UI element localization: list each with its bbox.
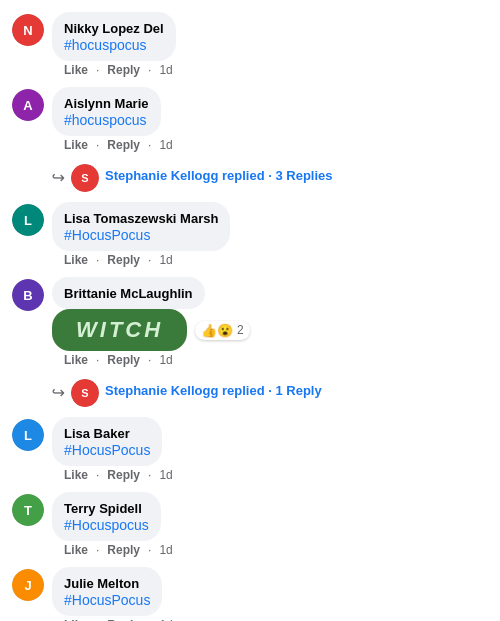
comment-body: Brittanie McLaughlinWItCh👍😮2Like·Reply·1… bbox=[52, 277, 488, 367]
avatar: A bbox=[12, 89, 44, 121]
like-button[interactable]: Like bbox=[64, 468, 88, 482]
witch-row: WItCh👍😮2 bbox=[52, 309, 488, 351]
comment-actions: Like·Reply·1d bbox=[52, 138, 488, 152]
comment-bubble: Lisa Tomaszewski Marsh#HocusPocus bbox=[52, 202, 230, 251]
like-button[interactable]: Like bbox=[64, 353, 88, 367]
comment-item: LLisa Baker#HocusPocusLike·Reply·1d bbox=[0, 413, 500, 486]
comment-item: BBrittanie McLaughlinWItCh👍😮2Like·Reply·… bbox=[0, 273, 500, 371]
reply-thread: ↩SStephanie Kellogg replied · 1 Reply bbox=[0, 373, 500, 411]
separator-dot: · bbox=[96, 543, 99, 557]
witch-text: WItCh bbox=[76, 317, 163, 342]
comment-text: #hocuspocus bbox=[64, 37, 164, 53]
like-button[interactable]: Like bbox=[64, 63, 88, 77]
comment-bubble: Terry Spidell#Hocuspocus bbox=[52, 492, 161, 541]
comment-author: Brittanie McLaughlin bbox=[64, 286, 193, 301]
comment-time: 1d bbox=[159, 353, 172, 367]
reply-arrow-icon: ↩ bbox=[52, 383, 65, 402]
separator-dot: · bbox=[96, 353, 99, 367]
comment-body: Nikky Lopez Del#hocuspocusLike·Reply·1d bbox=[52, 12, 488, 77]
comment-item: NNikky Lopez Del#hocuspocusLike·Reply·1d bbox=[0, 8, 500, 81]
separator-dot: · bbox=[148, 468, 151, 482]
comment-time: 1d bbox=[159, 63, 172, 77]
comment-time: 1d bbox=[159, 468, 172, 482]
comment-bubble: Lisa Baker#HocusPocus bbox=[52, 417, 162, 466]
comment-text: #hocuspocus bbox=[64, 112, 149, 128]
like-button[interactable]: Like bbox=[64, 543, 88, 557]
comment-item: LLisa Tomaszewski Marsh#HocusPocusLike·R… bbox=[0, 198, 500, 271]
separator-dot: · bbox=[96, 63, 99, 77]
comment-text: #HocusPocus bbox=[64, 227, 218, 243]
reply-arrow-icon: ↩ bbox=[52, 168, 65, 187]
comment-bubble: Brittanie McLaughlin bbox=[52, 277, 205, 309]
separator-dot: · bbox=[148, 353, 151, 367]
comment-body: Julie Melton#HocusPocusLike·Reply·1d bbox=[52, 567, 488, 621]
comment-actions: Like·Reply·1d bbox=[52, 468, 488, 482]
comment-text: #HocusPocus bbox=[64, 442, 150, 458]
comment-bubble: Nikky Lopez Del#hocuspocus bbox=[52, 12, 176, 61]
separator-dot: · bbox=[148, 543, 151, 557]
comment-actions: Like·Reply·1d bbox=[52, 63, 488, 77]
reply-button[interactable]: Reply bbox=[107, 468, 140, 482]
comment-text: #HocusPocus bbox=[64, 592, 150, 608]
avatar: N bbox=[12, 14, 44, 46]
avatar: L bbox=[12, 204, 44, 236]
reaction-icons: 👍😮 bbox=[201, 323, 233, 338]
comment-author: Julie Melton bbox=[64, 576, 139, 591]
avatar: T bbox=[12, 494, 44, 526]
comment-author: Lisa Baker bbox=[64, 426, 130, 441]
hashtag: #HocusPocus bbox=[64, 592, 150, 608]
reply-button[interactable]: Reply bbox=[107, 543, 140, 557]
comment-author: Terry Spidell bbox=[64, 501, 142, 516]
comment-item: TTerry Spidell#HocuspocusLike·Reply·1d bbox=[0, 488, 500, 561]
like-button[interactable]: Like bbox=[64, 253, 88, 267]
comment-actions: Like·Reply·1d bbox=[52, 543, 488, 557]
avatar: L bbox=[12, 419, 44, 451]
comment-actions: Like·Reply·1d bbox=[52, 253, 488, 267]
avatar: B bbox=[12, 279, 44, 311]
separator-dot: · bbox=[96, 253, 99, 267]
comment-author: Lisa Tomaszewski Marsh bbox=[64, 211, 218, 226]
comment-bubble: Julie Melton#HocusPocus bbox=[52, 567, 162, 616]
comment-item: JJulie Melton#HocusPocusLike·Reply·1d bbox=[0, 563, 500, 621]
separator-dot: · bbox=[96, 468, 99, 482]
comment-author: Aislynn Marie bbox=[64, 96, 149, 111]
reaction-badge: 👍😮2 bbox=[195, 321, 250, 340]
reply-thread: ↩SStephanie Kellogg replied · 3 Replies bbox=[0, 158, 500, 196]
separator-dot: · bbox=[148, 138, 151, 152]
comments-list: NNikky Lopez Del#hocuspocusLike·Reply·1d… bbox=[0, 0, 500, 621]
avatar: J bbox=[12, 569, 44, 601]
comment-bubble: Aislynn Marie#hocuspocus bbox=[52, 87, 161, 136]
hashtag: #hocuspocus bbox=[64, 112, 147, 128]
reply-button[interactable]: Reply bbox=[107, 253, 140, 267]
reply-avatar: S bbox=[71, 164, 99, 192]
view-replies-link[interactable]: Stephanie Kellogg replied · 1 Reply bbox=[105, 383, 322, 398]
comment-time: 1d bbox=[159, 138, 172, 152]
comment-actions: Like·Reply·1d bbox=[52, 353, 488, 367]
comment-body: Terry Spidell#HocuspocusLike·Reply·1d bbox=[52, 492, 488, 557]
separator-dot: · bbox=[148, 253, 151, 267]
comment-time: 1d bbox=[159, 543, 172, 557]
reply-button[interactable]: Reply bbox=[107, 63, 140, 77]
comment-text: #Hocuspocus bbox=[64, 517, 149, 533]
separator-dot: · bbox=[96, 138, 99, 152]
comment-item: AAislynn Marie#hocuspocusLike·Reply·1d bbox=[0, 83, 500, 156]
reply-avatar: S bbox=[71, 379, 99, 407]
reply-button[interactable]: Reply bbox=[107, 138, 140, 152]
comment-time: 1d bbox=[159, 253, 172, 267]
like-button[interactable]: Like bbox=[64, 138, 88, 152]
view-replies-link[interactable]: Stephanie Kellogg replied · 3 Replies bbox=[105, 168, 333, 183]
comment-body: Aislynn Marie#hocuspocusLike·Reply·1d bbox=[52, 87, 488, 152]
hashtag: #HocusPocus bbox=[64, 442, 150, 458]
hashtag: #HocusPocus bbox=[64, 227, 150, 243]
comment-body: Lisa Baker#HocusPocusLike·Reply·1d bbox=[52, 417, 488, 482]
hashtag: #Hocuspocus bbox=[64, 517, 149, 533]
comment-body: Lisa Tomaszewski Marsh#HocusPocusLike·Re… bbox=[52, 202, 488, 267]
reply-button[interactable]: Reply bbox=[107, 353, 140, 367]
comment-author: Nikky Lopez Del bbox=[64, 21, 164, 36]
reaction-count: 2 bbox=[237, 323, 244, 337]
hashtag: #hocuspocus bbox=[64, 37, 147, 53]
separator-dot: · bbox=[148, 63, 151, 77]
witch-bubble: WItCh bbox=[52, 309, 187, 351]
